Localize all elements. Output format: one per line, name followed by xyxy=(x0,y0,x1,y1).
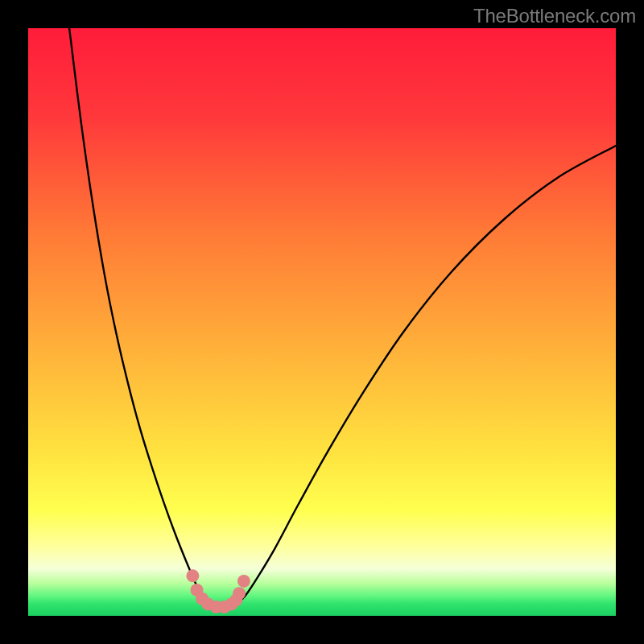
plot-area xyxy=(28,28,616,616)
attribution-text: TheBottleneck.com xyxy=(473,5,636,27)
marker-dot xyxy=(233,587,246,600)
chart-frame: TheBottleneck.com xyxy=(0,0,644,644)
plot-svg xyxy=(28,28,616,616)
gradient-background xyxy=(28,28,616,616)
marker-dot xyxy=(237,575,250,588)
marker-dot xyxy=(186,569,199,582)
